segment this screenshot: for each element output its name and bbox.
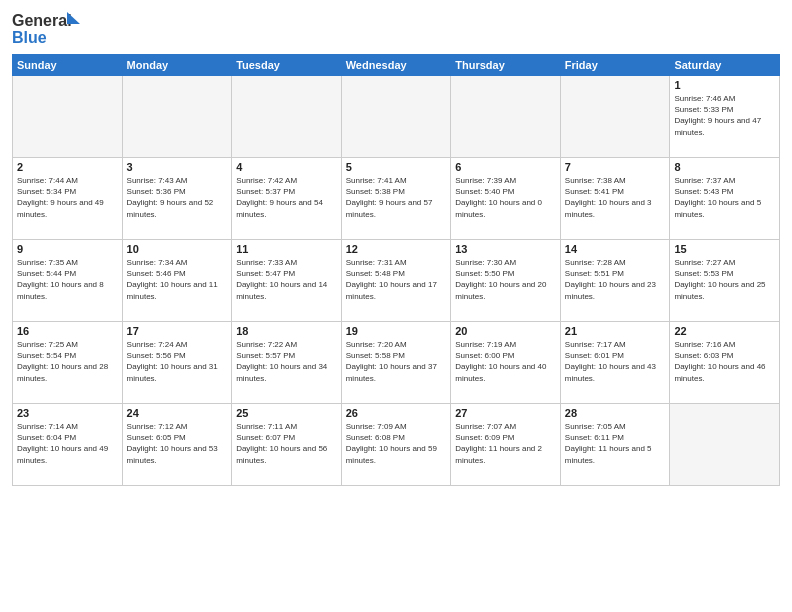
calendar-cell: 25Sunrise: 7:11 AM Sunset: 6:07 PM Dayli… (232, 404, 342, 486)
day-number: 24 (127, 407, 228, 419)
day-info: Sunrise: 7:17 AM Sunset: 6:01 PM Dayligh… (565, 339, 666, 384)
day-number: 15 (674, 243, 775, 255)
week-row-1: 1Sunrise: 7:46 AM Sunset: 5:33 PM Daylig… (13, 76, 780, 158)
day-number: 11 (236, 243, 337, 255)
day-info: Sunrise: 7:09 AM Sunset: 6:08 PM Dayligh… (346, 421, 447, 466)
day-number: 3 (127, 161, 228, 173)
calendar-cell (13, 76, 123, 158)
col-header-wednesday: Wednesday (341, 55, 451, 76)
calendar-cell: 20Sunrise: 7:19 AM Sunset: 6:00 PM Dayli… (451, 322, 561, 404)
day-info: Sunrise: 7:19 AM Sunset: 6:00 PM Dayligh… (455, 339, 556, 384)
day-number: 21 (565, 325, 666, 337)
day-info: Sunrise: 7:31 AM Sunset: 5:48 PM Dayligh… (346, 257, 447, 302)
day-info: Sunrise: 7:42 AM Sunset: 5:37 PM Dayligh… (236, 175, 337, 220)
logo: GeneralBlue (12, 10, 82, 48)
day-info: Sunrise: 7:24 AM Sunset: 5:56 PM Dayligh… (127, 339, 228, 384)
svg-text:General: General (12, 12, 72, 29)
col-header-monday: Monday (122, 55, 232, 76)
calendar-cell: 18Sunrise: 7:22 AM Sunset: 5:57 PM Dayli… (232, 322, 342, 404)
day-number: 18 (236, 325, 337, 337)
day-number: 10 (127, 243, 228, 255)
day-info: Sunrise: 7:38 AM Sunset: 5:41 PM Dayligh… (565, 175, 666, 220)
col-header-tuesday: Tuesday (232, 55, 342, 76)
calendar-cell: 1Sunrise: 7:46 AM Sunset: 5:33 PM Daylig… (670, 76, 780, 158)
calendar-cell: 23Sunrise: 7:14 AM Sunset: 6:04 PM Dayli… (13, 404, 123, 486)
calendar-cell (560, 76, 670, 158)
day-number: 5 (346, 161, 447, 173)
day-info: Sunrise: 7:35 AM Sunset: 5:44 PM Dayligh… (17, 257, 118, 302)
day-info: Sunrise: 7:20 AM Sunset: 5:58 PM Dayligh… (346, 339, 447, 384)
calendar-cell: 7Sunrise: 7:38 AM Sunset: 5:41 PM Daylig… (560, 158, 670, 240)
calendar-cell (670, 404, 780, 486)
calendar-cell: 21Sunrise: 7:17 AM Sunset: 6:01 PM Dayli… (560, 322, 670, 404)
page-container: GeneralBlue SundayMondayTuesdayWednesday… (0, 0, 792, 494)
day-info: Sunrise: 7:43 AM Sunset: 5:36 PM Dayligh… (127, 175, 228, 220)
day-info: Sunrise: 7:22 AM Sunset: 5:57 PM Dayligh… (236, 339, 337, 384)
calendar-cell: 2Sunrise: 7:44 AM Sunset: 5:34 PM Daylig… (13, 158, 123, 240)
calendar-cell: 4Sunrise: 7:42 AM Sunset: 5:37 PM Daylig… (232, 158, 342, 240)
calendar-cell: 24Sunrise: 7:12 AM Sunset: 6:05 PM Dayli… (122, 404, 232, 486)
calendar-cell: 3Sunrise: 7:43 AM Sunset: 5:36 PM Daylig… (122, 158, 232, 240)
svg-text:Blue: Blue (12, 29, 47, 46)
day-info: Sunrise: 7:28 AM Sunset: 5:51 PM Dayligh… (565, 257, 666, 302)
calendar-header-row: SundayMondayTuesdayWednesdayThursdayFrid… (13, 55, 780, 76)
col-header-sunday: Sunday (13, 55, 123, 76)
day-info: Sunrise: 7:46 AM Sunset: 5:33 PM Dayligh… (674, 93, 775, 138)
calendar-cell: 15Sunrise: 7:27 AM Sunset: 5:53 PM Dayli… (670, 240, 780, 322)
week-row-3: 9Sunrise: 7:35 AM Sunset: 5:44 PM Daylig… (13, 240, 780, 322)
col-header-friday: Friday (560, 55, 670, 76)
svg-marker-2 (67, 12, 80, 24)
week-row-5: 23Sunrise: 7:14 AM Sunset: 6:04 PM Dayli… (13, 404, 780, 486)
calendar-cell: 28Sunrise: 7:05 AM Sunset: 6:11 PM Dayli… (560, 404, 670, 486)
day-info: Sunrise: 7:12 AM Sunset: 6:05 PM Dayligh… (127, 421, 228, 466)
day-number: 7 (565, 161, 666, 173)
day-info: Sunrise: 7:30 AM Sunset: 5:50 PM Dayligh… (455, 257, 556, 302)
day-number: 14 (565, 243, 666, 255)
day-number: 28 (565, 407, 666, 419)
logo-svg: GeneralBlue (12, 10, 82, 48)
calendar-cell (451, 76, 561, 158)
day-number: 4 (236, 161, 337, 173)
week-row-4: 16Sunrise: 7:25 AM Sunset: 5:54 PM Dayli… (13, 322, 780, 404)
day-number: 16 (17, 325, 118, 337)
calendar-cell: 12Sunrise: 7:31 AM Sunset: 5:48 PM Dayli… (341, 240, 451, 322)
day-info: Sunrise: 7:37 AM Sunset: 5:43 PM Dayligh… (674, 175, 775, 220)
day-number: 22 (674, 325, 775, 337)
day-info: Sunrise: 7:39 AM Sunset: 5:40 PM Dayligh… (455, 175, 556, 220)
day-info: Sunrise: 7:33 AM Sunset: 5:47 PM Dayligh… (236, 257, 337, 302)
calendar-cell: 8Sunrise: 7:37 AM Sunset: 5:43 PM Daylig… (670, 158, 780, 240)
calendar-table: SundayMondayTuesdayWednesdayThursdayFrid… (12, 54, 780, 486)
day-number: 20 (455, 325, 556, 337)
day-number: 27 (455, 407, 556, 419)
day-info: Sunrise: 7:07 AM Sunset: 6:09 PM Dayligh… (455, 421, 556, 466)
day-info: Sunrise: 7:16 AM Sunset: 6:03 PM Dayligh… (674, 339, 775, 384)
col-header-saturday: Saturday (670, 55, 780, 76)
day-info: Sunrise: 7:14 AM Sunset: 6:04 PM Dayligh… (17, 421, 118, 466)
day-number: 19 (346, 325, 447, 337)
day-info: Sunrise: 7:34 AM Sunset: 5:46 PM Dayligh… (127, 257, 228, 302)
day-number: 26 (346, 407, 447, 419)
calendar-cell: 10Sunrise: 7:34 AM Sunset: 5:46 PM Dayli… (122, 240, 232, 322)
day-info: Sunrise: 7:11 AM Sunset: 6:07 PM Dayligh… (236, 421, 337, 466)
calendar-cell: 9Sunrise: 7:35 AM Sunset: 5:44 PM Daylig… (13, 240, 123, 322)
day-number: 12 (346, 243, 447, 255)
day-number: 13 (455, 243, 556, 255)
calendar-cell: 16Sunrise: 7:25 AM Sunset: 5:54 PM Dayli… (13, 322, 123, 404)
day-number: 2 (17, 161, 118, 173)
day-info: Sunrise: 7:27 AM Sunset: 5:53 PM Dayligh… (674, 257, 775, 302)
day-number: 25 (236, 407, 337, 419)
day-number: 1 (674, 79, 775, 91)
day-number: 8 (674, 161, 775, 173)
day-info: Sunrise: 7:25 AM Sunset: 5:54 PM Dayligh… (17, 339, 118, 384)
calendar-cell (232, 76, 342, 158)
calendar-cell: 22Sunrise: 7:16 AM Sunset: 6:03 PM Dayli… (670, 322, 780, 404)
calendar-cell: 19Sunrise: 7:20 AM Sunset: 5:58 PM Dayli… (341, 322, 451, 404)
header: GeneralBlue (12, 10, 780, 48)
day-info: Sunrise: 7:44 AM Sunset: 5:34 PM Dayligh… (17, 175, 118, 220)
day-number: 6 (455, 161, 556, 173)
calendar-cell: 14Sunrise: 7:28 AM Sunset: 5:51 PM Dayli… (560, 240, 670, 322)
calendar-cell (341, 76, 451, 158)
calendar-cell: 6Sunrise: 7:39 AM Sunset: 5:40 PM Daylig… (451, 158, 561, 240)
day-number: 17 (127, 325, 228, 337)
calendar-cell: 17Sunrise: 7:24 AM Sunset: 5:56 PM Dayli… (122, 322, 232, 404)
